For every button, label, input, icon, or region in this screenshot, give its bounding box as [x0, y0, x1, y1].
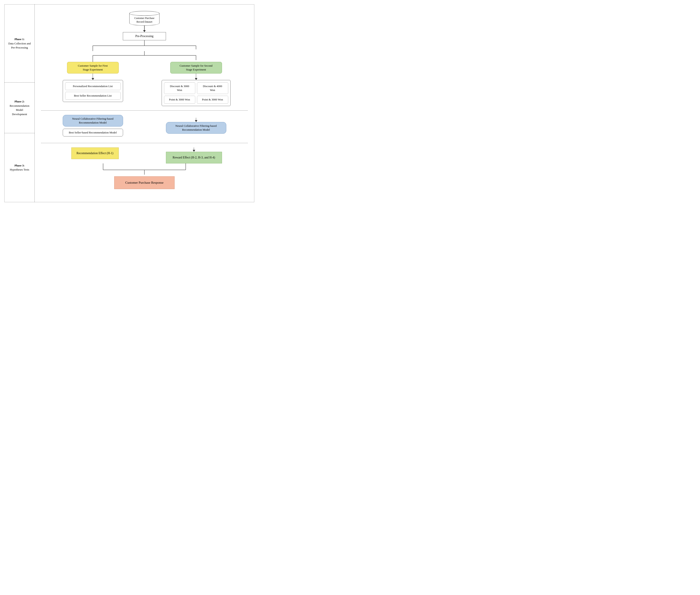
phase2-cols: Neural Collaborative Filtering-basedReco… [41, 115, 247, 137]
cylinder-top [129, 11, 159, 16]
database-label: Customer PurchaseRecord Dataset [135, 17, 154, 23]
discount-3000-box: Discount & 3000 Won [164, 82, 195, 94]
phase3-section: Recommendation Effect (H-1) Reward Effec… [41, 143, 247, 198]
col-left-sample: Customer Sample for FirstStage Experimen… [46, 62, 139, 102]
sample-first-label: Customer Sample for FirstStage Experimen… [78, 64, 108, 71]
h1-label: Recommendation Effect (H-1) [77, 151, 113, 155]
phase-2-label: Phase 2: Recommendation ModelDevelopment [4, 83, 34, 133]
database-cylinder: Customer PurchaseRecord Dataset [129, 11, 159, 26]
purchase-response-box: Customer Purchase Response [114, 176, 175, 189]
col-right-sample: Customer Sample for SecondStage Experime… [150, 62, 242, 106]
phase1-section: Customer PurchaseRecord Dataset Pre-Proc… [41, 9, 247, 111]
phase3-bold: Phase 3: [14, 164, 25, 167]
incentive-grid: Discount & 3000 Won Discount & 4000 Won … [162, 80, 231, 106]
phase2-text: Recommendation ModelDevelopment [10, 104, 30, 116]
ncf-model-left-label: Neural Collaborative Filtering-basedReco… [72, 117, 113, 124]
al3 [196, 118, 196, 120]
ncf-model-right-box: Neural Collaborative Filtering-basedReco… [166, 122, 226, 134]
sample-second-label: Customer Sample for SecondStage Experime… [179, 64, 212, 71]
ah1 [92, 78, 94, 80]
split-arrow-area [41, 51, 247, 62]
bestseller-model-box: Best Seller-based Recommendation Model [63, 129, 123, 137]
phase3-text: Hypotheses Tests [10, 168, 29, 171]
discount-4000-label: Discount & 4000 Won [203, 85, 222, 92]
ah4 [193, 150, 195, 152]
preprocessing-label: Pre-Processing [135, 34, 153, 38]
personalized-rec-box: Personalized Recommendation List [65, 82, 121, 90]
ah2 [195, 78, 197, 80]
ah3 [195, 120, 197, 122]
arrow-db-to-preproc [143, 26, 146, 32]
split-svg [41, 51, 247, 62]
purchase-response-label: Customer Purchase Response [125, 181, 163, 184]
phase3-right: Reward Effect (H-2, H-3, and H-4) [154, 147, 233, 163]
converge-arrows [41, 163, 247, 176]
bestseller-rec-box: Best Seller Recommendation List [65, 92, 121, 100]
h234-label: Reward Effect (H-2, H-3, and H-4) [173, 156, 215, 159]
ncf-model-left-box: Neural Collaborative Filtering-basedReco… [63, 115, 123, 126]
split-arrows-svg [41, 40, 247, 51]
point-3000b-label: Point & 3000 Won [202, 98, 223, 101]
arrow-head [143, 30, 146, 32]
al4 [194, 147, 194, 150]
discount-4000-box: Discount & 4000 Won [197, 82, 228, 94]
discount-3000-label: Discount & 3000 Won [170, 85, 189, 92]
arrow-line [144, 26, 145, 30]
ncf-model-right-label: Neural Collaborative Filtering-basedReco… [175, 124, 216, 131]
phase3-cols: Recommendation Effect (H-1) Reward Effec… [41, 147, 247, 163]
diagram-area: Customer PurchaseRecord Dataset Pre-Proc… [35, 4, 254, 202]
arrow-sample1-down [92, 74, 94, 80]
phase2-left: Neural Collaborative Filtering-basedReco… [46, 115, 139, 137]
phase2-right: Neural Collaborative Filtering-basedReco… [150, 118, 242, 134]
arrow-sample2-down [195, 74, 197, 80]
h1-box: Recommendation Effect (H-1) [71, 147, 119, 159]
point-3000a-box: Point & 3000 Won [164, 96, 195, 104]
sample-row: Customer Sample for FirstStage Experimen… [41, 62, 247, 106]
phase3-left: Recommendation Effect (H-1) [55, 147, 135, 159]
phase1-bold: Phase 1: [14, 37, 25, 41]
preprocessing-box: Pre-Processing [123, 32, 166, 40]
arrow-ncf-to-h234 [193, 147, 195, 152]
personalized-rec-label: Personalized Recommendation List [73, 85, 113, 88]
bestseller-model-label: Best Seller-based Recommendation Model [69, 131, 117, 134]
arrow-incentive-to-ncf [195, 118, 197, 122]
phase-3-label: Phase 3: Hypotheses Tests [4, 133, 34, 202]
phase-1-label: Phase 1: Data Collection andPre-Processi… [4, 4, 34, 83]
converge-svg [41, 163, 247, 176]
split-arrow-container [41, 40, 247, 51]
phase-labels: Phase 1: Data Collection andPre-Processi… [4, 4, 35, 202]
rec-list-box: Personalized Recommendation List Best Se… [63, 80, 123, 102]
phase2-bold: Phase 2: [14, 100, 25, 103]
al1 [93, 74, 93, 78]
al2 [196, 74, 196, 78]
point-3000a-label: Point & 3000 Won [169, 98, 190, 101]
point-3000b-box: Point & 3000 Won [197, 96, 228, 104]
phase2-section: Neural Collaborative Filtering-basedReco… [41, 111, 247, 143]
h234-box: Reward Effect (H-2, H-3, and H-4) [166, 152, 222, 163]
sample-second-box: Customer Sample for SecondStage Experime… [170, 62, 222, 74]
bestseller-rec-label: Best Seller Recommendation List [74, 94, 112, 97]
outer-container: Phase 1: Data Collection andPre-Processi… [4, 4, 254, 202]
sample-first-box: Customer Sample for FirstStage Experimen… [67, 62, 119, 74]
phase1-text: Data Collection andPre-Processing [8, 42, 31, 49]
